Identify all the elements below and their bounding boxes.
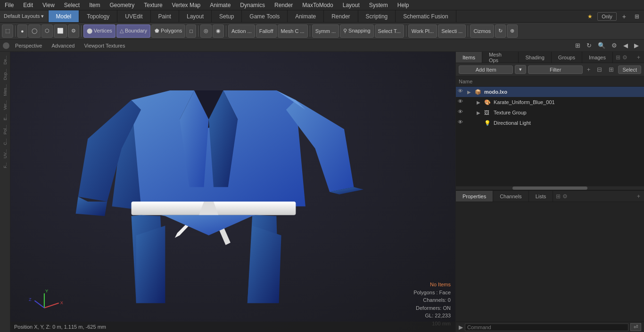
tab-schematic[interactable]: Schematic Fusion — [396, 10, 456, 22]
lrp-settings-icon[interactable]: ⚙ — [562, 193, 568, 200]
menu-view[interactable]: View — [38, 1, 59, 9]
tb-gizmos-btn[interactable]: Cizmos — [470, 24, 494, 38]
arrow-icon-2[interactable]: ▶ — [477, 110, 482, 115]
tab-model[interactable]: Model — [49, 10, 80, 22]
items-add-icon[interactable]: + — [585, 65, 593, 74]
tb-rotate-btn[interactable]: ↻ — [495, 24, 506, 38]
tab-render[interactable]: Render — [324, 10, 358, 22]
viewport-next-icon[interactable]: ▶ — [632, 41, 641, 50]
menu-layout[interactable]: Layout — [338, 1, 364, 9]
tb-mesh-btn[interactable]: Mesh C ... — [278, 24, 308, 38]
menu-select[interactable]: Select — [59, 1, 84, 9]
sidebar-c[interactable]: C... — [2, 137, 8, 147]
add-tab-button[interactable]: + — [619, 12, 630, 21]
items-collapse-icon[interactable]: ⊟ — [594, 65, 604, 74]
tab-game-tools[interactable]: Game Tools — [242, 10, 288, 22]
viewport-prev-icon[interactable]: ◀ — [621, 41, 630, 50]
tb-workpl-btn[interactable]: Work Pl... — [408, 24, 437, 38]
tb-symm-btn[interactable]: Symm ... — [312, 24, 339, 38]
command-input[interactable] — [465, 324, 628, 331]
tb-vertices-btn[interactable]: ⬤ Vertices — [83, 24, 116, 38]
only-button[interactable]: Only — [597, 12, 617, 21]
tb-boundary-btn[interactable]: △ Boundary — [116, 24, 150, 38]
default-layouts[interactable]: Default Layouts ▾ — [0, 10, 49, 22]
tb-mode2-btn[interactable]: ◯ — [28, 24, 41, 38]
tb-expand-btn[interactable]: ⊕ — [507, 24, 518, 38]
sidebar-e[interactable]: E... — [2, 112, 8, 122]
eye-icon-3[interactable]: 👁 — [458, 119, 465, 127]
items-scrollbar[interactable] — [456, 186, 644, 190]
rp-tab-mesh-ops[interactable]: Mesh Ops — [482, 52, 519, 63]
menu-item[interactable]: Item — [84, 1, 105, 9]
filter-btn[interactable]: Filter — [528, 65, 582, 74]
sidebar-dup[interactable]: Dup... — [2, 67, 8, 82]
sidebar-mes[interactable]: Mes... — [2, 82, 8, 98]
sidebar-ver[interactable]: Ver... — [2, 98, 8, 112]
add-item-btn[interactable]: Add Item — [459, 65, 513, 74]
menu-edit[interactable]: Edit — [18, 1, 38, 9]
rp-settings-icon[interactable]: ⚙ — [622, 54, 627, 61]
menu-texture[interactable]: Texture — [139, 1, 167, 9]
tb-mode3-btn[interactable]: ⬡ — [41, 24, 53, 38]
tb-sel2-btn[interactable]: □ — [186, 24, 196, 38]
tb-viewa-btn[interactable]: ◎ — [200, 24, 212, 38]
viewport-search-icon[interactable]: 🔍 — [595, 41, 608, 50]
sidebar-pol[interactable]: Pol... — [2, 123, 8, 137]
item-karate-uniform[interactable]: 👁 ▶ 🎨 Karate_Uniform_Blue_001 — [456, 97, 644, 107]
tab-layout[interactable]: Layout — [179, 10, 212, 22]
lrp-add-btn[interactable]: + — [633, 192, 644, 201]
viewport-grid-icon[interactable]: ⊞ — [573, 41, 583, 50]
menu-help[interactable]: Help — [393, 1, 414, 9]
eye-icon-2[interactable]: 👁 — [458, 109, 465, 116]
tb-settings-btn[interactable]: ⚙ — [68, 24, 79, 38]
viewport-toggle[interactable] — [3, 42, 9, 49]
arrow-icon-1[interactable]: ▶ — [477, 100, 482, 105]
menu-dynamics[interactable]: Dynamics — [235, 1, 270, 9]
tab-uvedit[interactable]: UVEdit — [117, 10, 150, 22]
viewport-refresh-icon[interactable]: ↻ — [584, 41, 594, 50]
tb-polygons-btn[interactable]: ⬟ Polygons — [151, 24, 185, 38]
tab-topology[interactable]: Topology — [79, 10, 117, 22]
tb-mode4-btn[interactable]: ⬜ — [54, 24, 67, 38]
rp-tab-groups[interactable]: Groups — [552, 52, 582, 63]
menu-animate[interactable]: Animate — [205, 1, 235, 9]
rp-tab-shading[interactable]: Shading — [519, 52, 551, 63]
sidebar-uv[interactable]: UV... — [2, 147, 8, 160]
item-directional-light[interactable]: 👁 ▶ 💡 Directional Light — [456, 118, 644, 128]
tb-selecti-btn[interactable]: Selecti ... — [438, 24, 466, 38]
eye-icon-0[interactable]: 👁 — [458, 88, 465, 96]
command-exec-button[interactable]: ⏎ — [630, 323, 641, 331]
item-texture-group[interactable]: 👁 ▶ 🖼 Texture Group — [456, 107, 644, 118]
item-modo-lxo[interactable]: 👁 ▶ 📦 modo.lxo — [456, 87, 644, 97]
menu-system[interactable]: System — [364, 1, 393, 9]
tb-action-btn[interactable]: Action ... — [228, 24, 255, 38]
viewport[interactable]: X Y Z No Items Polygons : Face Channels:… — [10, 52, 455, 332]
tb-snapping-btn[interactable]: ⚲ Snapping — [340, 24, 374, 38]
menu-maxtomodo[interactable]: MaxToModo — [297, 1, 338, 9]
rp-tab-items[interactable]: Items — [456, 52, 482, 63]
tab-paint[interactable]: Paint — [151, 10, 179, 22]
tb-mode1-btn[interactable]: ● — [17, 24, 27, 38]
tab-scripting[interactable]: Scripting — [358, 10, 396, 22]
items-expand-icon[interactable]: ⊞ — [606, 65, 616, 74]
sidebar-f[interactable]: F... — [2, 161, 8, 170]
menu-file[interactable]: File — [0, 1, 18, 9]
tab-animate[interactable]: Animate — [288, 10, 324, 22]
perspective-btn[interactable]: Perspective — [11, 42, 46, 49]
add-item-dropdown-btn[interactable]: ▾ — [515, 65, 526, 74]
viewport-textures-btn[interactable]: Viewport Textures — [80, 42, 129, 49]
tb-select-t-btn[interactable]: Select T... — [375, 24, 404, 38]
sidebar-de[interactable]: De... — [2, 54, 8, 66]
menu-vertex-map[interactable]: Vertex Map — [167, 1, 206, 9]
tb-viewb-btn[interactable]: ◉ — [213, 24, 224, 38]
eye-icon-1[interactable]: 👁 — [458, 98, 465, 106]
expand-tab-button[interactable]: ⊞ — [632, 12, 642, 21]
arrow-icon-0[interactable]: ▶ — [467, 89, 473, 95]
advanced-btn[interactable]: Advanced — [48, 42, 78, 49]
rp-expand-icon[interactable]: ⊞ — [616, 54, 620, 61]
rp-add-tab-btn[interactable]: + — [633, 53, 644, 62]
lrp-expand-icon[interactable]: ⊞ — [556, 193, 561, 200]
scrollbar-thumb[interactable] — [512, 186, 588, 190]
lrp-tab-lists[interactable]: Lists — [529, 191, 553, 202]
tb-falloff-btn[interactable]: Falloff — [256, 24, 277, 38]
